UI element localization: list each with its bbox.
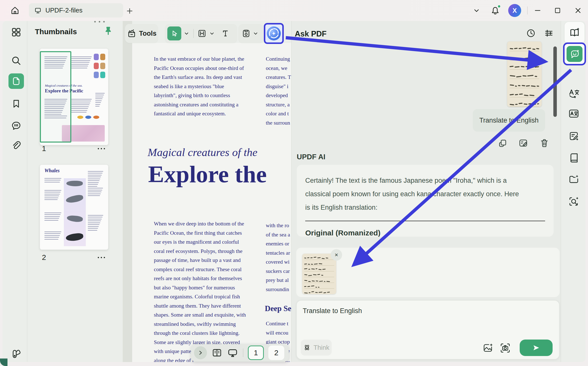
home-button[interactable] <box>7 3 22 18</box>
page-2-options-button[interactable] <box>98 254 105 261</box>
pdf-page-view[interactable]: In the vast embrace of our blue planet, … <box>132 43 291 362</box>
text-tool-icon[interactable] <box>221 29 230 38</box>
toolbar-divider <box>193 29 194 38</box>
chat-history-button[interactable] <box>526 28 536 38</box>
avatar[interactable]: X <box>508 4 521 17</box>
titlebar: UPDF-2-files X <box>0 0 588 21</box>
thumb2-text <box>88 170 104 197</box>
ai-assistant-dock-button[interactable] <box>563 42 586 65</box>
filter-sliders-icon <box>544 28 554 38</box>
select-tool-group <box>165 24 237 43</box>
chevron-down-icon[interactable] <box>252 30 259 37</box>
trash-icon[interactable] <box>539 138 550 148</box>
thumb2-text <box>88 214 104 232</box>
sidebar-item-thumbnails[interactable] <box>8 73 24 89</box>
close-button[interactable] <box>571 0 586 21</box>
notifications-button[interactable] <box>488 0 502 21</box>
reading-mode-button[interactable] <box>211 347 222 358</box>
ai-file-button[interactable] <box>568 174 580 185</box>
history-clock-icon <box>526 28 536 38</box>
insert-image-button[interactable] <box>482 342 494 354</box>
thumb2-text <box>44 230 62 241</box>
presentation-icon <box>227 347 238 359</box>
add-tab-button[interactable] <box>124 5 135 16</box>
document-tab[interactable]: UPDF-2-files <box>29 3 123 17</box>
ai-section-heading: Original (Romanized) <box>305 229 545 237</box>
tab-label: UPDF-2-files <box>45 6 83 14</box>
minimize-button[interactable] <box>530 0 545 21</box>
ai-response-divider <box>305 221 545 221</box>
edit-icon[interactable] <box>518 138 529 148</box>
sidebar-item-search[interactable] <box>8 53 24 68</box>
translate-page-button[interactable] <box>568 108 580 119</box>
chat-input-value[interactable]: Translate to English <box>303 307 362 315</box>
page-thumbnail-2[interactable]: Whales <box>40 165 108 250</box>
attachment-thumbnail[interactable] <box>302 254 336 294</box>
save-icon[interactable] <box>241 29 251 38</box>
nav-page-1[interactable]: 1 <box>248 346 264 360</box>
maximize-icon <box>554 6 562 14</box>
paperclip-icon <box>11 140 22 151</box>
titlebar-divider <box>527 6 528 14</box>
ai-search-button[interactable] <box>568 196 580 207</box>
image-sparkle-icon <box>482 342 494 354</box>
pdf-section-heading: Deep Se <box>265 304 291 313</box>
maximize-button[interactable] <box>550 0 565 21</box>
user-message-text: Translate to English <box>479 117 539 124</box>
sidebar-item-overview[interactable] <box>8 24 24 40</box>
chat-settings-button[interactable] <box>544 28 554 38</box>
chevron-down-icon[interactable] <box>209 30 215 37</box>
chat-scrollbar[interactable] <box>553 46 557 117</box>
presentation-button[interactable] <box>227 347 238 359</box>
chat-input-card[interactable]: Translate to English Think <box>296 300 560 360</box>
ai-response-card: Certainly! The text is the famous Japane… <box>297 165 554 237</box>
pdf-paragraph: When we dive deep into the bottom of the… <box>154 219 246 362</box>
nav-page-2[interactable]: 2 <box>268 346 284 360</box>
sidebar-item-comments[interactable] <box>8 118 24 133</box>
select-tool-button[interactable] <box>167 26 181 40</box>
ai-translate-button[interactable] <box>568 88 580 99</box>
send-button[interactable] <box>520 340 553 356</box>
screenshot-button[interactable] <box>499 342 511 354</box>
pdf-paragraph-clipped: Continue twill encougiant octop <box>266 319 290 347</box>
pin-panel-button[interactable] <box>103 25 114 36</box>
page-number-2: 2 <box>42 253 46 262</box>
minimize-icon <box>533 6 542 15</box>
updf-app-window: UPDF-2-files X <box>0 0 588 366</box>
expand-nav-button[interactable] <box>194 346 207 359</box>
toolbox-icon <box>127 28 137 38</box>
ai-response-text: Certainly! The text is the famous Japane… <box>305 174 545 214</box>
glossary-button[interactable] <box>568 152 580 163</box>
sidebar-item-appearance[interactable] <box>8 346 24 362</box>
collapse-toolbar-button[interactable] <box>470 0 483 21</box>
user-attachment-image[interactable] <box>507 41 542 107</box>
thumbnails-panel: Thumbnails Magical creatures of the sea.… <box>28 21 123 362</box>
panel-splitter[interactable] <box>123 21 132 362</box>
chevron-down-icon[interactable] <box>183 30 190 37</box>
ai-reader-button[interactable] <box>565 22 585 43</box>
remove-attachment-button[interactable]: × <box>331 249 342 261</box>
close-icon: × <box>335 251 338 258</box>
translate-box-icon <box>568 108 580 119</box>
sidebar-item-bookmarks[interactable] <box>8 96 24 111</box>
viewport-indicator <box>40 51 71 143</box>
page-1-options-button[interactable] <box>98 145 105 152</box>
think-toggle-button[interactable]: Think <box>301 340 332 356</box>
atom-icon <box>303 344 311 352</box>
screenshot-camera-icon <box>499 342 511 354</box>
folder-sparkle-icon <box>568 174 580 185</box>
ai-swirl-icon <box>267 26 281 40</box>
tools-button[interactable]: Tools <box>125 24 158 43</box>
thumb1-coral-images <box>94 54 105 78</box>
copy-icon[interactable] <box>497 138 508 148</box>
thumb2-title: Whales <box>44 168 60 174</box>
chevron-down-icon <box>472 6 481 15</box>
sidebar-item-attachments[interactable] <box>8 138 24 153</box>
panel-drag-handle[interactable] <box>94 21 105 22</box>
pdf-title: Explore the <box>148 160 267 188</box>
ai-summarize-button[interactable] <box>568 130 580 142</box>
page-thumbnail-1[interactable]: Magical creatures of the sea. Explore th… <box>40 49 108 145</box>
pdf-paragraph: In the vast embrace of our blue planet, … <box>154 54 244 118</box>
ai-assistant-toolbar-button[interactable] <box>264 23 284 44</box>
highlight-icon[interactable] <box>197 29 207 38</box>
